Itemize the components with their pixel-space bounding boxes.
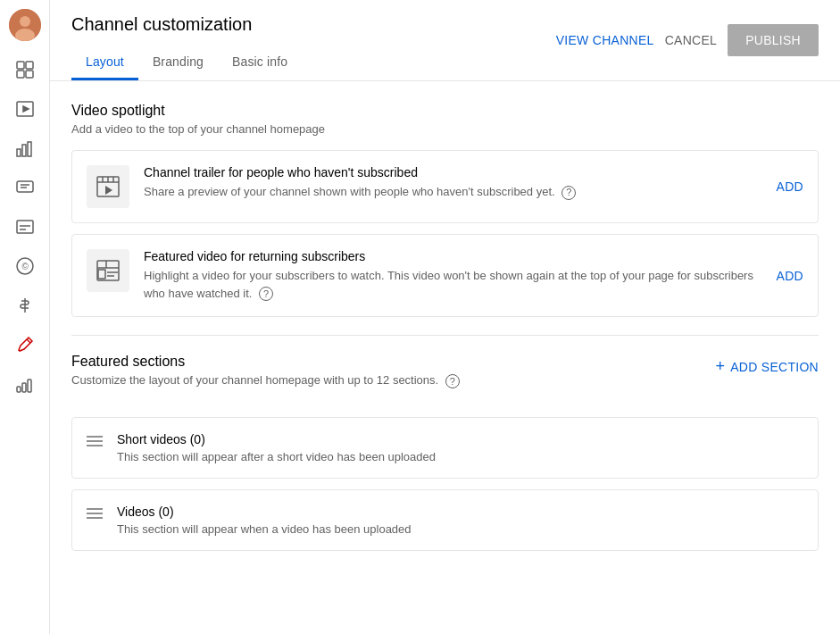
tab-layout[interactable]: Layout	[71, 46, 138, 80]
tabs-nav: Layout Branding Basic info	[71, 46, 302, 80]
avatar[interactable]	[9, 9, 41, 41]
svg-rect-4	[26, 62, 33, 69]
sidebar: ©	[0, 0, 50, 634]
svg-rect-10	[22, 145, 26, 156]
tab-basic-info[interactable]: Basic info	[218, 46, 302, 80]
section-divider	[71, 335, 819, 336]
sidebar-item-copyright[interactable]: ©	[7, 248, 43, 284]
channel-trailer-desc: Share a preview of your channel shown wi…	[144, 183, 762, 201]
svg-rect-15	[17, 221, 33, 233]
featured-video-body: Featured video for returning subscribers…	[144, 249, 762, 302]
channel-trailer-icon	[87, 165, 129, 208]
svg-rect-12	[17, 181, 33, 192]
short-videos-section-card: Short videos (0) This section will appea…	[71, 417, 819, 479]
video-spotlight-title: Video spotlight	[71, 103, 819, 119]
short-videos-card-body: Short videos (0) This section will appea…	[117, 432, 436, 463]
short-videos-card-desc: This section will appear after a short v…	[117, 450, 436, 463]
featured-sections-section: Featured sections Customize the layout o…	[71, 354, 819, 551]
svg-rect-23	[22, 383, 26, 392]
cancel-button[interactable]: CANCEL	[665, 33, 717, 47]
svg-rect-3	[17, 62, 24, 69]
header: Channel customization Layout Branding Ba…	[50, 0, 840, 81]
svg-text:©: ©	[21, 262, 29, 271]
featured-video-icon	[87, 249, 129, 292]
svg-rect-6	[26, 71, 33, 78]
channel-trailer-help-icon[interactable]: ?	[561, 186, 576, 200]
svg-rect-22	[17, 387, 21, 392]
svg-rect-5	[17, 71, 24, 78]
featured-video-desc: Highlight a video for your subscribers t…	[144, 267, 762, 302]
short-videos-drag-handle[interactable]	[87, 432, 103, 446]
featured-sections-title: Featured sections	[71, 354, 460, 370]
svg-rect-9	[17, 149, 21, 156]
videos-card-title: Videos (0)	[117, 505, 412, 519]
videos-drag-handle[interactable]	[87, 505, 103, 519]
sidebar-item-earn[interactable]	[7, 288, 43, 323]
svg-rect-11	[28, 142, 31, 156]
videos-section-card: Videos (0) This section will appear when…	[71, 489, 819, 551]
sidebar-item-subtitles[interactable]	[7, 209, 43, 245]
header-left: Channel customization Layout Branding Ba…	[71, 14, 302, 80]
videos-card-desc: This section will appear when a video ha…	[117, 522, 412, 536]
featured-sections-help-icon[interactable]: ?	[445, 374, 460, 388]
short-videos-card-title: Short videos (0)	[117, 432, 436, 446]
channel-trailer-title: Channel trailer for people who haven't s…	[144, 165, 762, 179]
featured-video-help-icon[interactable]: ?	[259, 287, 273, 301]
sidebar-item-audio[interactable]	[7, 366, 43, 402]
page-title: Channel customization	[71, 14, 302, 35]
sidebar-item-dashboard[interactable]	[7, 52, 43, 88]
svg-marker-30	[105, 186, 112, 195]
video-spotlight-subtitle: Add a video to the top of your channel h…	[71, 122, 819, 136]
featured-sections-header: Featured sections Customize the layout o…	[71, 354, 819, 403]
svg-rect-24	[28, 380, 31, 392]
publish-button[interactable]: PUBLISH	[728, 24, 819, 56]
sidebar-item-customization[interactable]	[7, 327, 43, 363]
header-actions: VIEW CHANNEL CANCEL PUBLISH	[556, 24, 819, 71]
svg-marker-8	[23, 106, 29, 112]
featured-sections-header-left: Featured sections Customize the layout o…	[71, 354, 460, 403]
svg-line-21	[27, 339, 30, 343]
featured-video-title: Featured video for returning subscribers	[144, 249, 762, 263]
sidebar-item-analytics[interactable]	[7, 130, 43, 166]
svg-rect-31	[97, 261, 119, 280]
svg-point-1	[20, 16, 30, 27]
add-section-label: ADD SECTION	[730, 360, 819, 374]
channel-trailer-add-button[interactable]: ADD	[777, 179, 803, 194]
sidebar-item-comments[interactable]	[7, 170, 43, 205]
add-section-button[interactable]: + ADD SECTION	[715, 354, 819, 376]
channel-trailer-card: Channel trailer for people who haven't s…	[71, 150, 819, 223]
sidebar-item-content[interactable]	[7, 91, 43, 127]
plus-icon: +	[715, 357, 725, 376]
channel-trailer-body: Channel trailer for people who haven't s…	[144, 165, 762, 201]
videos-card-body: Videos (0) This section will appear when…	[117, 505, 412, 536]
featured-sections-subtitle: Customize the layout of your channel hom…	[71, 373, 460, 388]
tab-branding[interactable]: Branding	[138, 46, 218, 80]
featured-video-add-button[interactable]: ADD	[777, 269, 803, 283]
content-area: Video spotlight Add a video to the top o…	[50, 81, 840, 634]
svg-rect-34	[98, 270, 105, 279]
view-channel-button[interactable]: VIEW CHANNEL	[556, 33, 654, 47]
main-content: Channel customization Layout Branding Ba…	[50, 0, 840, 634]
video-spotlight-section: Video spotlight Add a video to the top o…	[71, 103, 819, 317]
featured-video-card: Featured video for returning subscribers…	[71, 234, 819, 317]
